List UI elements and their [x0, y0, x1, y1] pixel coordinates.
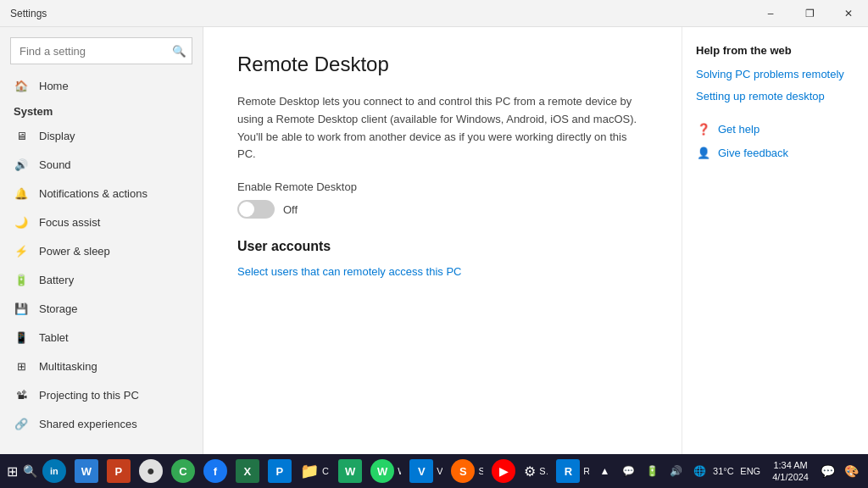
- give-feedback-icon: 👤: [696, 145, 711, 160]
- page-title: Remote Desktop: [237, 53, 648, 76]
- sidebar-item-projecting[interactable]: 📽 Projecting to this PC: [0, 380, 203, 409]
- system-tray: ▲ 💬 🔋 🔊 🌐 31°C ENG 1:34 AM 4/1/2024 💬 🎨: [594, 456, 865, 486]
- sidebar-item-shared[interactable]: 🔗 Shared experiences: [0, 409, 203, 438]
- sidebar-item-focus[interactable]: 🌙 Focus assist: [0, 208, 203, 236]
- taskbar-app-explorer[interactable]: 📁 C:\Users\...: [297, 456, 333, 486]
- select-users-link[interactable]: Select users that can remotely access th…: [237, 265, 461, 278]
- taskbar-app-excel[interactable]: X: [232, 456, 263, 486]
- taskbar-app-rdcman[interactable]: R RDCMan ...: [553, 456, 593, 486]
- taskbar-app-publisher[interactable]: P: [264, 456, 295, 486]
- app-container: 🔍 🏠 Home System 🖥 Display 🔊 Sound 🔔 Noti…: [0, 27, 868, 454]
- sidebar-label-focus: Focus assist: [39, 216, 100, 229]
- tray-network-icon[interactable]: 🌐: [689, 456, 709, 486]
- window-controls: – ❐ ✕: [751, 0, 868, 27]
- sidebar: 🔍 🏠 Home System 🖥 Display 🔊 Sound 🔔 Noti…: [0, 27, 203, 454]
- projecting-icon: 📽: [14, 387, 29, 402]
- sidebar-label-multitasking: Multitasking: [39, 360, 97, 373]
- taskbar-app-vps-label: VPS Mala...: [437, 466, 442, 476]
- close-button[interactable]: ✕: [829, 0, 868, 27]
- toggle-knob: [239, 202, 254, 217]
- tray-language[interactable]: ENG: [737, 466, 764, 476]
- tray-temp: 31°C: [713, 456, 733, 486]
- taskbar-app-word[interactable]: W: [71, 456, 102, 486]
- enable-remote-toggle[interactable]: [237, 200, 275, 219]
- display-icon: 🖥: [14, 128, 29, 143]
- taskbar-app-super[interactable]: S Super Bo...: [448, 456, 487, 486]
- sidebar-item-storage[interactable]: 💾 Storage: [0, 294, 203, 323]
- taskbar-app-rdcman-label: RDCMan ...: [583, 466, 589, 476]
- user-accounts-title: User accounts: [237, 239, 648, 254]
- help-link-solving[interactable]: Solving PC problems remotely: [696, 67, 854, 82]
- search-container: 🔍: [10, 37, 192, 64]
- sidebar-section-system: System: [0, 100, 203, 121]
- sidebar-label-notifications: Notifications & actions: [39, 187, 147, 200]
- sidebar-item-tablet[interactable]: 📱 Tablet: [0, 323, 203, 352]
- help-actions: ❓ Get help 👤 Give feedback: [696, 121, 854, 160]
- color-icon[interactable]: 🎨: [841, 456, 861, 486]
- toggle-state-label: Off: [283, 203, 298, 216]
- search-button[interactable]: 🔍: [165, 37, 192, 64]
- taskbar-app-settings-label: Settings: [539, 466, 548, 476]
- sidebar-item-home[interactable]: 🏠 Home: [0, 71, 203, 100]
- taskbar-app-vps[interactable]: V VPS Mala...: [406, 456, 446, 486]
- sidebar-item-power[interactable]: ⚡ Power & sleep: [0, 236, 203, 265]
- get-help-icon: ❓: [696, 121, 711, 136]
- sidebar-item-notifications[interactable]: 🔔 Notifications & actions: [0, 179, 203, 208]
- restore-button[interactable]: ❐: [790, 0, 829, 27]
- shared-icon: 🔗: [14, 416, 29, 431]
- taskbar-app-whatsapp-label: WhatsApp: [398, 466, 401, 476]
- taskbar-app-explorer-label: C:\Users\...: [322, 466, 330, 476]
- taskbar-app-super-label: Super Bo...: [478, 466, 483, 476]
- sidebar-label-shared: Shared experiences: [39, 418, 137, 430]
- taskbar-app-whatsapp[interactable]: W WhatsApp: [367, 456, 404, 486]
- taskbar-time: 1:34 AM: [772, 459, 809, 471]
- help-link-setting-up[interactable]: Setting up remote desktop: [696, 89, 854, 104]
- taskbar-app-word2[interactable]: W: [335, 456, 365, 486]
- sidebar-item-sound[interactable]: 🔊 Sound: [0, 150, 203, 179]
- taskbar-clock[interactable]: 1:34 AM 4/1/2024: [767, 459, 814, 484]
- toggle-section-label: Enable Remote Desktop: [237, 180, 648, 193]
- multitasking-icon: ⊞: [14, 358, 29, 374]
- power-icon: ⚡: [14, 243, 29, 258]
- storage-icon: 💾: [14, 301, 29, 316]
- taskbar-app-powerpoint[interactable]: P: [103, 456, 134, 486]
- battery-icon: 🔋: [14, 272, 29, 287]
- give-feedback-action[interactable]: 👤 Give feedback: [696, 145, 854, 160]
- taskbar-search-button[interactable]: 🔍: [23, 454, 37, 488]
- taskbar-app-settings[interactable]: ⚙ Settings: [520, 456, 551, 486]
- app-title: Settings: [10, 8, 47, 19]
- notifications-icon: 🔔: [14, 186, 29, 201]
- sidebar-item-multitasking[interactable]: ⊞ Multitasking: [0, 352, 203, 380]
- sidebar-item-battery[interactable]: 🔋 Battery: [0, 265, 203, 294]
- sidebar-label-home: Home: [39, 80, 69, 92]
- taskbar-app-facebook[interactable]: f: [200, 456, 231, 486]
- sidebar-label-battery: Battery: [39, 274, 74, 286]
- right-panel: Help from the web Solving PC problems re…: [682, 27, 868, 454]
- sidebar-label-display: Display: [39, 130, 75, 142]
- sidebar-label-projecting: Projecting to this PC: [39, 389, 139, 402]
- home-icon: 🏠: [14, 78, 29, 93]
- taskbar-app-chrome2[interactable]: C: [168, 456, 198, 486]
- sidebar-item-display[interactable]: 🖥 Display: [0, 121, 203, 150]
- start-button[interactable]: ⊞: [3, 454, 21, 488]
- get-help-label: Get help: [718, 123, 760, 136]
- sidebar-label-storage: Storage: [39, 302, 78, 315]
- sidebar-label-power: Power & sleep: [39, 245, 110, 258]
- tray-expand-icon[interactable]: ▲: [594, 456, 615, 486]
- taskbar-app-youtube[interactable]: ▶: [488, 456, 519, 486]
- taskbar: ⊞ 🔍 in W P ● C f X P 📁 C:\Users\... W W …: [0, 454, 868, 488]
- help-title: Help from the web: [696, 44, 854, 57]
- enable-remote-toggle-row: Off: [237, 200, 648, 219]
- tray-volume-icon[interactable]: 🔊: [665, 456, 686, 486]
- title-bar: Settings – ❐ ✕: [0, 0, 868, 27]
- sound-icon: 🔊: [14, 157, 29, 172]
- tray-battery-icon[interactable]: 🔋: [642, 456, 662, 486]
- get-help-action[interactable]: ❓ Get help: [696, 121, 854, 136]
- notification-center-button[interactable]: 💬: [817, 456, 837, 486]
- minimize-button[interactable]: –: [751, 0, 790, 27]
- taskbar-app-chrome[interactable]: ●: [136, 456, 166, 486]
- tablet-icon: 📱: [14, 330, 29, 345]
- taskbar-date: 4/1/2024: [772, 471, 809, 483]
- taskbar-app-linkedin[interactable]: in: [39, 456, 70, 486]
- tray-chat-icon[interactable]: 💬: [618, 456, 638, 486]
